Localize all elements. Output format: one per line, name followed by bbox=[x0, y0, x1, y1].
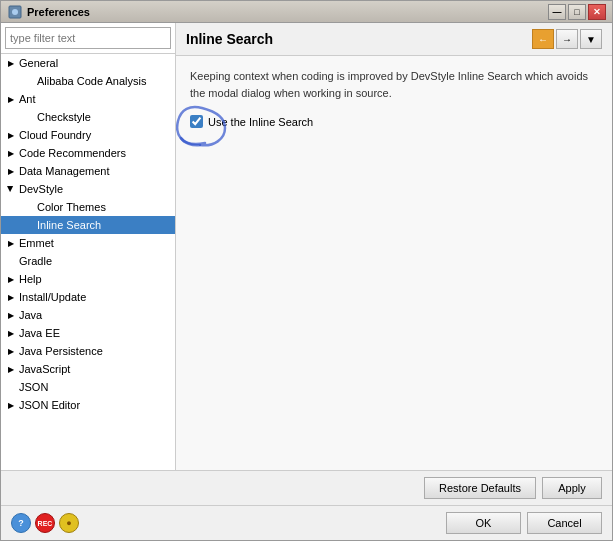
tree-arrow: ▶ bbox=[5, 291, 17, 303]
forward-button[interactable]: → bbox=[556, 29, 578, 49]
tree-arrow: ▶ bbox=[5, 327, 17, 339]
rec-icon-button[interactable]: REC bbox=[35, 513, 55, 533]
yellow-icon-button[interactable]: ● bbox=[59, 513, 79, 533]
ok-cancel-buttons: OK Cancel bbox=[446, 512, 602, 534]
tree-item-general[interactable]: ▶General bbox=[1, 54, 175, 72]
filter-input[interactable] bbox=[5, 27, 171, 49]
tree-arrow: ▶ bbox=[5, 93, 17, 105]
tree-item-label: Java EE bbox=[19, 327, 60, 339]
tree-item-label: Install/Update bbox=[19, 291, 86, 303]
tree-item-cloud-foundry[interactable]: ▶Cloud Foundry bbox=[1, 126, 175, 144]
tree-item-json[interactable]: ▶JSON bbox=[1, 378, 175, 396]
left-panel: ▶General▶Alibaba Code Analysis▶Ant▶Check… bbox=[1, 23, 176, 470]
filter-wrap bbox=[1, 23, 175, 54]
tree-arrow: ▶ bbox=[5, 363, 17, 375]
tree-item-label: Help bbox=[19, 273, 42, 285]
close-button[interactable]: ✕ bbox=[588, 4, 606, 20]
annotation-circle bbox=[176, 103, 250, 153]
description-text: Keeping context when coding is improved … bbox=[190, 68, 598, 101]
tree-arrow: ▶ bbox=[5, 237, 17, 249]
window-icon bbox=[7, 4, 23, 20]
tree-item-label: Checkstyle bbox=[37, 111, 91, 123]
inline-search-checkbox[interactable] bbox=[190, 115, 203, 128]
maximize-button[interactable]: □ bbox=[568, 4, 586, 20]
inline-search-checkbox-label[interactable]: Use the Inline Search bbox=[208, 116, 313, 128]
minimize-button[interactable]: — bbox=[548, 4, 566, 20]
window-title: Preferences bbox=[27, 6, 548, 18]
tree-item-label: Emmet bbox=[19, 237, 54, 249]
tree-item-gradle[interactable]: ▶Gradle bbox=[1, 252, 175, 270]
tree-item-code-recommenders[interactable]: ▶Code Recommenders bbox=[1, 144, 175, 162]
cancel-button[interactable]: Cancel bbox=[527, 512, 602, 534]
tree-item-label: Code Recommenders bbox=[19, 147, 126, 159]
back-button[interactable]: ← bbox=[532, 29, 554, 49]
tree-container: ▶General▶Alibaba Code Analysis▶Ant▶Check… bbox=[1, 54, 175, 470]
bottom-row2: ? REC ● OK Cancel bbox=[1, 506, 612, 540]
tree-item-label: Alibaba Code Analysis bbox=[37, 75, 146, 87]
tree-item-java[interactable]: ▶Java bbox=[1, 306, 175, 324]
preferences-window: Preferences — □ ✕ ▶General▶Alibaba Code … bbox=[0, 0, 613, 541]
tree-item-label: JSON bbox=[19, 381, 48, 393]
tree-item-label: Ant bbox=[19, 93, 36, 105]
help-icon-button[interactable]: ? bbox=[11, 513, 31, 533]
tree-item-label: Java bbox=[19, 309, 42, 321]
tree-item-label: DevStyle bbox=[19, 183, 63, 195]
dropdown-button[interactable]: ▼ bbox=[580, 29, 602, 49]
content-area: ▶General▶Alibaba Code Analysis▶Ant▶Check… bbox=[1, 23, 612, 470]
right-content: Keeping context when coding is improved … bbox=[176, 56, 612, 470]
tree-arrow: ▶ bbox=[5, 183, 17, 195]
tree-item-checkstyle[interactable]: ▶Checkstyle bbox=[1, 108, 175, 126]
tree-arrow: ▶ bbox=[5, 273, 17, 285]
tree-item-label: Data Management bbox=[19, 165, 110, 177]
tree-item-label: General bbox=[19, 57, 58, 69]
right-header: Inline Search ← → ▼ bbox=[176, 23, 612, 56]
tree-arrow: ▶ bbox=[5, 57, 17, 69]
bottom-area: Restore Defaults Apply ? REC ● OK Cancel bbox=[1, 470, 612, 540]
tree-item-javascript[interactable]: ▶JavaScript bbox=[1, 360, 175, 378]
tree-item-label: Inline Search bbox=[37, 219, 101, 231]
tree-item-java-ee[interactable]: ▶Java EE bbox=[1, 324, 175, 342]
nav-buttons: ← → ▼ bbox=[532, 29, 602, 49]
tree-item-java-persistence[interactable]: ▶Java Persistence bbox=[1, 342, 175, 360]
tree-arrow: ▶ bbox=[5, 345, 17, 357]
tree-item-label: JSON Editor bbox=[19, 399, 80, 411]
tree-item-install-update[interactable]: ▶Install/Update bbox=[1, 288, 175, 306]
tree-item-devstyle[interactable]: ▶DevStyle bbox=[1, 180, 175, 198]
tree-item-data-management[interactable]: ▶Data Management bbox=[1, 162, 175, 180]
tree-item-inline-search[interactable]: ▶Inline Search bbox=[1, 216, 175, 234]
tree-arrow: ▶ bbox=[5, 147, 17, 159]
bottom-row1: Restore Defaults Apply bbox=[1, 471, 612, 506]
panel-title: Inline Search bbox=[186, 31, 273, 47]
tree-item-label: Cloud Foundry bbox=[19, 129, 91, 141]
tree-item-color-themes[interactable]: ▶Color Themes bbox=[1, 198, 175, 216]
tree-item-help[interactable]: ▶Help bbox=[1, 270, 175, 288]
title-bar: Preferences — □ ✕ bbox=[1, 1, 612, 23]
ok-button[interactable]: OK bbox=[446, 512, 521, 534]
apply-button[interactable]: Apply bbox=[542, 477, 602, 499]
tree-arrow: ▶ bbox=[5, 165, 17, 177]
status-icons: ? REC ● bbox=[11, 513, 79, 533]
tree-item-label: Java Persistence bbox=[19, 345, 103, 357]
tree-item-emmet[interactable]: ▶Emmet bbox=[1, 234, 175, 252]
tree-arrow: ▶ bbox=[5, 309, 17, 321]
checkbox-row: Use the Inline Search bbox=[190, 115, 598, 128]
tree-arrow: ▶ bbox=[5, 129, 17, 141]
tree-item-alibaba[interactable]: ▶Alibaba Code Analysis bbox=[1, 72, 175, 90]
tree-item-ant[interactable]: ▶Ant bbox=[1, 90, 175, 108]
tree-item-label: Gradle bbox=[19, 255, 52, 267]
tree-arrow: ▶ bbox=[5, 399, 17, 411]
restore-defaults-button[interactable]: Restore Defaults bbox=[424, 477, 536, 499]
tree-item-json-editor[interactable]: ▶JSON Editor bbox=[1, 396, 175, 414]
window-controls: — □ ✕ bbox=[548, 4, 606, 20]
tree-item-label: JavaScript bbox=[19, 363, 70, 375]
right-panel: Inline Search ← → ▼ Keeping context when… bbox=[176, 23, 612, 470]
svg-point-1 bbox=[12, 9, 18, 15]
tree-item-label: Color Themes bbox=[37, 201, 106, 213]
